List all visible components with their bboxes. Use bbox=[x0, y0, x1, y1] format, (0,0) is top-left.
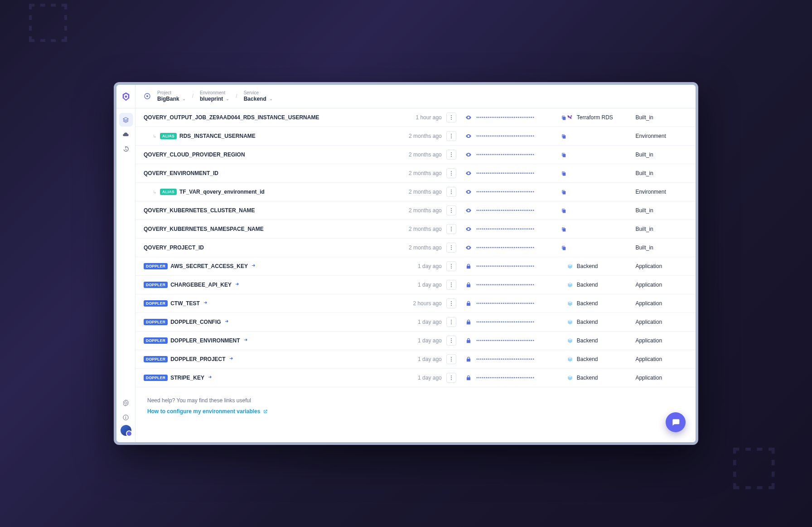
copy-button[interactable] bbox=[561, 245, 567, 251]
lock-icon[interactable] bbox=[465, 356, 472, 362]
eye-icon[interactable] bbox=[465, 226, 472, 232]
history-icon bbox=[122, 146, 129, 152]
application-icon bbox=[567, 263, 573, 269]
variable-scope: Application bbox=[635, 319, 696, 325]
row-actions-button[interactable] bbox=[446, 112, 456, 122]
row-actions-button[interactable] bbox=[446, 336, 456, 346]
external-source-icon[interactable] bbox=[203, 301, 208, 306]
eye-icon[interactable] bbox=[465, 170, 472, 176]
row-actions-button[interactable] bbox=[446, 243, 456, 253]
variable-scope: Application bbox=[635, 375, 696, 381]
service-name: Terraform RDS bbox=[577, 114, 613, 121]
main-body: QOVERY_OUTPUT_JOB_ZE9AAD044_RDS_INSTANCE… bbox=[116, 108, 696, 442]
eye-icon[interactable] bbox=[465, 133, 472, 139]
variable-name: QOVERY_CLOUD_PROVIDER_REGION bbox=[144, 151, 245, 158]
doppler-badge: DOPPLER bbox=[144, 263, 168, 269]
row-actions-button[interactable] bbox=[446, 373, 456, 383]
variable-name: STRIPE_KEY bbox=[170, 375, 204, 381]
variable-row: QOVERY_ENVIRONMENT_ID2 months ago•••••••… bbox=[135, 164, 696, 183]
topbar: Project BigBank ⌄ / Environment blueprin… bbox=[116, 85, 696, 108]
external-source-icon[interactable] bbox=[224, 319, 229, 325]
lock-icon[interactable] bbox=[465, 319, 472, 325]
variable-scope: Built_in bbox=[635, 226, 696, 232]
copy-button[interactable] bbox=[561, 171, 567, 176]
external-source-icon[interactable] bbox=[251, 264, 256, 269]
breadcrumb-service-label: Service bbox=[244, 90, 273, 96]
cloud-icon bbox=[122, 131, 129, 138]
row-actions-button[interactable] bbox=[446, 150, 456, 160]
lock-icon[interactable] bbox=[465, 300, 472, 307]
svg-point-4 bbox=[126, 416, 126, 417]
app-logo[interactable] bbox=[116, 85, 135, 108]
external-link-icon bbox=[263, 409, 268, 414]
eye-icon[interactable] bbox=[465, 207, 472, 214]
masked-value: ••••••••••••••••••••••••••••••• bbox=[476, 227, 556, 231]
variable-row: QOVERY_KUBERNETES_NAMESPACE_NAME2 months… bbox=[135, 220, 696, 239]
variable-row: ↳ALIASTF_VAR_qovery_environment_id2 mont… bbox=[135, 183, 696, 201]
sidebar-history[interactable] bbox=[119, 142, 133, 156]
external-source-icon[interactable] bbox=[243, 338, 248, 343]
row-actions-button[interactable] bbox=[446, 187, 456, 197]
variable-name: QOVERY_PROJECT_ID bbox=[144, 244, 204, 251]
breadcrumb-service-value: Backend bbox=[244, 96, 266, 102]
external-source-icon[interactable] bbox=[207, 375, 213, 381]
row-actions-button[interactable] bbox=[446, 280, 456, 290]
doppler-badge: DOPPLER bbox=[144, 356, 168, 362]
help-link[interactable]: How to configure my environment variable… bbox=[147, 408, 684, 415]
lock-icon[interactable] bbox=[465, 375, 472, 381]
row-actions-button[interactable] bbox=[446, 131, 456, 141]
chat-icon bbox=[671, 418, 680, 427]
variable-row: DOPPLERCHARGEBEE_API_KEY1 day ago•••••••… bbox=[135, 276, 696, 294]
copy-button[interactable] bbox=[561, 189, 567, 195]
eye-icon[interactable] bbox=[465, 114, 472, 121]
variable-row: DOPPLERDOPPLER_ENVIRONMENT1 day ago•••••… bbox=[135, 332, 696, 350]
sidebar-info[interactable] bbox=[119, 410, 133, 424]
sidebar-settings[interactable] bbox=[119, 396, 133, 410]
row-actions-button[interactable] bbox=[446, 354, 456, 364]
variable-scope: Built_in bbox=[635, 114, 696, 121]
variable-name: QOVERY_KUBERNETES_NAMESPACE_NAME bbox=[144, 226, 264, 232]
variable-scope: Application bbox=[635, 282, 696, 288]
copy-button[interactable] bbox=[561, 226, 567, 232]
eye-icon[interactable] bbox=[465, 189, 472, 195]
sidebar-environments[interactable] bbox=[119, 113, 133, 127]
variable-updated-time: 1 day ago bbox=[407, 337, 446, 344]
variable-row: QOVERY_KUBERNETES_CLUSTER_NAME2 months a… bbox=[135, 201, 696, 220]
eye-icon[interactable] bbox=[465, 151, 472, 158]
row-actions-button[interactable] bbox=[446, 168, 456, 178]
breadcrumb-service[interactable]: Service Backend ⌄ bbox=[244, 90, 273, 102]
masked-value: ••••••••••••••••••••••••••••••• bbox=[476, 338, 567, 343]
row-actions-button[interactable] bbox=[446, 205, 456, 215]
row-actions-button[interactable] bbox=[446, 317, 456, 327]
user-avatar[interactable] bbox=[121, 425, 131, 436]
eye-icon[interactable] bbox=[465, 244, 472, 251]
application-icon bbox=[567, 375, 573, 381]
copy-button[interactable] bbox=[561, 133, 567, 139]
copy-button[interactable] bbox=[561, 208, 567, 214]
row-actions-button[interactable] bbox=[446, 298, 456, 308]
copy-button[interactable] bbox=[561, 152, 567, 158]
svg-point-2 bbox=[146, 95, 148, 97]
breadcrumb-project-label: Project bbox=[157, 90, 186, 96]
sidebar bbox=[116, 108, 135, 442]
lock-icon[interactable] bbox=[465, 337, 472, 344]
breadcrumb-environment[interactable]: Environment blueprint ⌄ bbox=[200, 90, 229, 102]
service-name: Backend bbox=[577, 337, 598, 344]
row-actions-button[interactable] bbox=[446, 224, 456, 234]
chevron-down-icon: ⌄ bbox=[226, 96, 229, 102]
row-actions-button[interactable] bbox=[446, 261, 456, 271]
info-icon bbox=[122, 414, 129, 421]
breadcrumb-env-value: blueprint bbox=[200, 96, 223, 102]
variable-scope: Built_in bbox=[635, 170, 696, 176]
external-source-icon[interactable] bbox=[228, 356, 234, 362]
lock-icon[interactable] bbox=[465, 263, 472, 269]
qovery-logo-icon bbox=[121, 92, 131, 102]
breadcrumb-project[interactable]: Project BigBank ⌄ bbox=[157, 90, 186, 102]
gear-icon bbox=[122, 400, 129, 406]
copy-button[interactable] bbox=[561, 115, 567, 121]
lock-icon[interactable] bbox=[465, 282, 472, 288]
chat-fab[interactable] bbox=[666, 412, 686, 432]
external-source-icon[interactable] bbox=[234, 282, 240, 288]
breadcrumb-env-label: Environment bbox=[200, 90, 229, 96]
sidebar-cloud[interactable] bbox=[119, 127, 133, 141]
